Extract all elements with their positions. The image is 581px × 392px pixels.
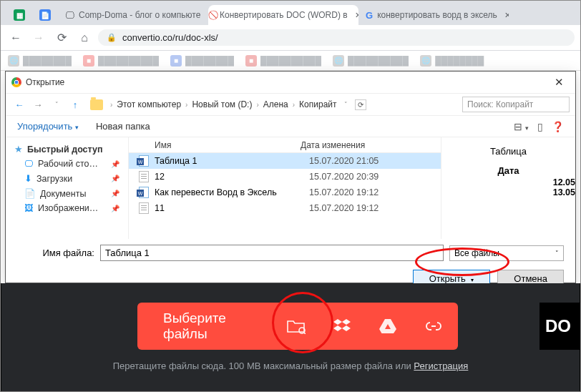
forward-button[interactable]: →	[29, 29, 48, 47]
tab-compdoma[interactable]: 🖵Comp-Doma - блог о компьюте✕	[58, 5, 208, 25]
preview-pane: Таблица Дата 12.0513.05	[441, 137, 575, 239]
close-icon[interactable]: ✕	[504, 11, 509, 20]
close-button[interactable]: ✕	[549, 76, 570, 89]
tab-docs[interactable]: 📄	[32, 5, 58, 25]
address-bar: ← → ⟳ ⌂ 🔒 convertio.co/ru/doc-xls/	[1, 25, 580, 51]
organize-menu[interactable]: Упорядочить ▾	[17, 121, 79, 132]
text-icon	[139, 171, 149, 182]
nav-up[interactable]: ↑	[67, 97, 83, 112]
do-badge: DO	[540, 303, 580, 350]
sidebar-desktop[interactable]: 🖵Рабочий сто…📌	[6, 157, 128, 171]
register-link[interactable]: Регистрация	[414, 361, 468, 371]
folder-icon	[90, 99, 103, 110]
tab-convertio[interactable]: ⃠Конвертировать DOC (WORD) в✕	[208, 5, 358, 25]
tab-label: конвертировать ворд в эксель	[377, 10, 497, 20]
text-icon	[139, 202, 149, 214]
search-input[interactable]: Поиск: Копирайт	[462, 97, 570, 112]
sidebar-quick-access[interactable]: ★Быстрый доступ	[6, 142, 128, 157]
sidebar: ★Быстрый доступ 🖵Рабочий сто…📌 ⬇Загрузки…	[6, 137, 129, 239]
dialog-title: Открытие	[26, 77, 64, 87]
file-open-dialog: Открытие ✕ ← → ˅ ↑ ›Этот компьютер ›Новы…	[5, 71, 576, 283]
lock-icon: 🔒	[107, 33, 117, 42]
nav-recent[interactable]: ˅	[49, 97, 64, 112]
nav-back[interactable]: ←	[11, 97, 27, 112]
back-button[interactable]: ←	[6, 29, 25, 47]
url-text: convertio.co/ru/doc-xls/	[122, 32, 218, 43]
annotation-ring	[272, 292, 333, 353]
chrome-icon	[11, 77, 21, 87]
word-icon	[139, 155, 149, 167]
view-mode[interactable]: ⊟ ▾	[514, 121, 529, 132]
dialog-titlebar: Открытие ✕	[6, 72, 575, 93]
page-content: Выберите файлы DO Перетащите файлы сюда.…	[1, 283, 580, 392]
gdrive-icon[interactable]	[365, 319, 411, 333]
tab-google[interactable]: Gконвертировать ворд в эксель✕	[358, 5, 509, 25]
tab-sheets[interactable]: ▦	[6, 5, 32, 25]
nav-forward[interactable]: →	[30, 97, 46, 112]
file-list: Имя Дата изменения Таблица 115.07.2020 2…	[129, 137, 441, 239]
file-list-header[interactable]: Имя Дата изменения	[129, 137, 441, 153]
url-input[interactable]: 🔒 convertio.co/ru/doc-xls/	[98, 29, 575, 46]
refresh-icon[interactable]: ⟳	[355, 99, 366, 110]
breadcrumb-bar: ← → ˅ ↑ ›Этот компьютер ›Новый том (D:) …	[6, 93, 575, 116]
tab-label: Конвертировать DOC (WORD) в	[220, 10, 348, 20]
tab-label: Comp-Doma - блог о компьюте	[79, 10, 200, 20]
breadcrumb[interactable]: ›Этот компьютер ›Новый том (D:) ›Алена ›…	[109, 99, 337, 109]
file-row[interactable]: 1115.07.2020 19:12	[129, 200, 441, 216]
word-icon	[139, 187, 149, 198]
bookmark-bar: 🌐████████ ■██████████ ■████████ ■███████…	[1, 51, 580, 71]
help-icon[interactable]: ❓	[552, 121, 564, 132]
link-icon[interactable]	[411, 321, 456, 331]
preview-toggle[interactable]: ▯	[537, 121, 543, 132]
tagline: Перетащите файлы сюда. 100 MB максимальн…	[1, 361, 580, 371]
new-folder-button[interactable]: Новая папка	[96, 121, 150, 132]
filename-input[interactable]: Таблица 1˅	[100, 245, 444, 261]
file-row[interactable]: Как перевести Ворд в Эксель15.07.2020 19…	[129, 185, 441, 200]
annotation-ring	[415, 248, 509, 276]
tab-strip: ▦ 📄 🖵Comp-Doma - блог о компьюте✕ ⃠Конве…	[1, 1, 580, 25]
file-row[interactable]: 1215.07.2020 20:39	[129, 169, 441, 185]
reload-button[interactable]: ⟳	[52, 29, 71, 47]
home-button[interactable]: ⌂	[75, 29, 94, 47]
file-row[interactable]: Таблица 115.07.2020 21:05	[129, 153, 441, 169]
choose-files-label: Выберите файлы	[137, 310, 273, 342]
dialog-toolbar: Упорядочить ▾ Новая папка ⊟ ▾ ▯ ❓	[6, 116, 575, 137]
sidebar-documents[interactable]: 📄Документы📌	[6, 186, 128, 201]
sidebar-downloads[interactable]: ⬇Загрузки📌	[6, 171, 128, 186]
filename-label: Имя файла:	[17, 248, 94, 258]
sidebar-pictures[interactable]: 🖼Изображени…📌	[6, 201, 128, 215]
